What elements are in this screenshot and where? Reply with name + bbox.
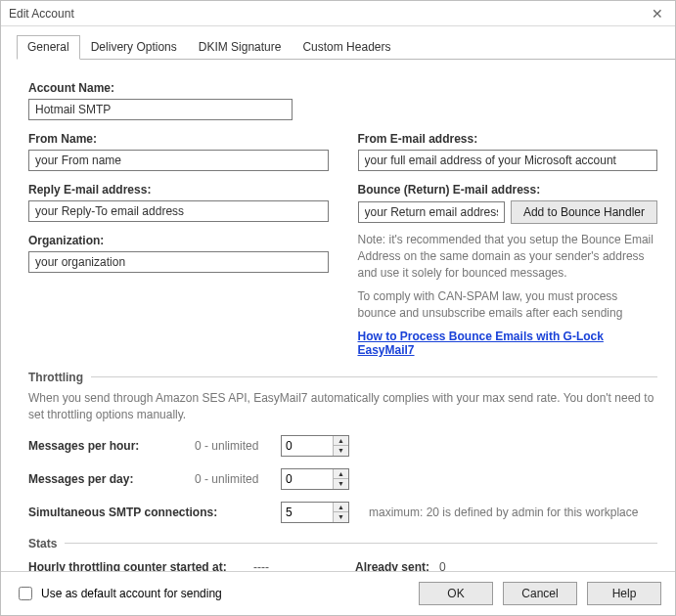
messages-per-day-input[interactable] (282, 469, 333, 489)
account-name-input[interactable] (28, 99, 293, 120)
organization-label: Organization: (28, 234, 329, 247)
smtp-connections-spinner[interactable]: ▲ ▼ (281, 502, 349, 523)
tab-dkim-signature[interactable]: DKIM Signature (188, 35, 293, 60)
spinner-down-icon[interactable]: ▼ (334, 479, 348, 489)
messages-per-day-label: Messages per day: (28, 472, 185, 486)
ok-button[interactable]: OK (419, 582, 493, 605)
per-day-hint: 0 - unlimited (195, 472, 271, 486)
from-name-input[interactable] (28, 150, 329, 171)
bounce-note-1: Note: it's recommended that you setup th… (358, 232, 658, 281)
messages-per-hour-input[interactable] (282, 436, 333, 456)
tab-bar: General Delivery Options DKIM Signature … (17, 34, 675, 60)
add-bounce-handler-button[interactable]: Add to Bounce Handler (511, 200, 657, 224)
bounce-email-input[interactable] (358, 201, 505, 223)
spinner-up-icon[interactable]: ▲ (334, 469, 348, 480)
spinner-up-icon[interactable]: ▲ (334, 503, 348, 513)
smtp-connections-input[interactable] (282, 503, 333, 522)
divider (65, 543, 657, 544)
bounce-note-2: To comply with CAN-SPAM law, you must pr… (358, 288, 658, 322)
throttling-desc: When you send through Amazon SES API, Ea… (28, 390, 657, 423)
default-account-label: Use as default account for sending (41, 587, 222, 600)
from-email-label: From E-mail address: (358, 132, 658, 146)
default-account-checkbox[interactable]: Use as default account for sending (15, 584, 222, 603)
help-button[interactable]: Help (587, 582, 661, 605)
account-name-label: Account Name: (28, 81, 657, 95)
close-icon[interactable]: ✕ (648, 1, 667, 26)
messages-per-hour-label: Messages per hour: (28, 439, 185, 453)
smtp-connections-note: maximum: 20 is defined by admin for this… (369, 506, 638, 519)
button-bar: Use as default account for sending OK Ca… (1, 571, 675, 615)
reply-email-input[interactable] (28, 200, 329, 222)
tab-custom-headers[interactable]: Custom Headers (292, 35, 401, 60)
divider (91, 376, 657, 377)
spinner-up-icon[interactable]: ▲ (334, 436, 348, 447)
tab-general[interactable]: General (17, 35, 80, 60)
spinner-down-icon[interactable]: ▼ (334, 512, 348, 522)
tab-delivery-options[interactable]: Delivery Options (80, 35, 188, 60)
messages-per-hour-spinner[interactable]: ▲ ▼ (281, 435, 349, 457)
spinner-down-icon[interactable]: ▼ (334, 446, 348, 456)
window-title: Edit Account (9, 1, 74, 26)
bounce-help-link[interactable]: How to Process Bounce Emails with G-Lock… (358, 330, 658, 357)
reply-email-label: Reply E-mail address: (28, 183, 329, 197)
title-bar: Edit Account ✕ (1, 1, 675, 26)
bounce-email-label: Bounce (Return) E-mail address: (358, 183, 658, 197)
cancel-button[interactable]: Cancel (503, 582, 577, 605)
organization-input[interactable] (28, 251, 329, 273)
from-name-label: From Name: (28, 132, 329, 146)
general-panel: Account Name: From Name: From E-mail add… (1, 60, 675, 607)
smtp-connections-label: Simultaneous SMTP connections: (28, 506, 271, 519)
default-account-checkbox-input[interactable] (19, 587, 32, 600)
throttling-title: Throttling (28, 371, 83, 384)
from-email-input[interactable] (358, 150, 658, 171)
messages-per-day-spinner[interactable]: ▲ ▼ (281, 468, 349, 490)
stats-title: Stats (28, 537, 57, 550)
per-hour-hint: 0 - unlimited (195, 439, 271, 453)
